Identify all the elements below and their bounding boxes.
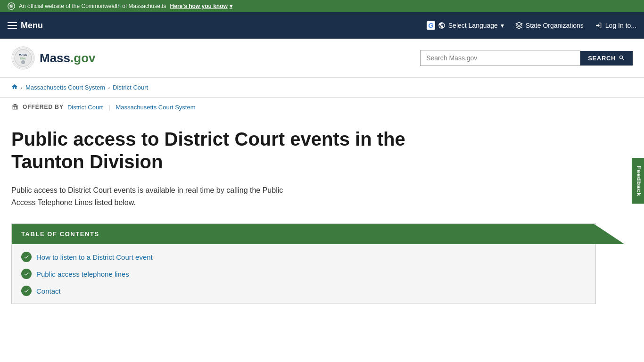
menu-button[interactable]: Menu bbox=[8, 21, 43, 31]
massgov-seal-icon: MASS SEAL bbox=[11, 46, 35, 70]
globe-icon bbox=[438, 22, 446, 29]
toc-item-1: How to listen to a District Court event bbox=[21, 252, 586, 262]
search-button[interactable]: SEARCH bbox=[580, 51, 633, 66]
table-of-contents: TABLE OF CONTENTS How to listen to a Dis… bbox=[11, 223, 596, 304]
home-icon bbox=[11, 83, 18, 90]
toc-link-3[interactable]: Contact bbox=[36, 287, 61, 295]
svg-text:SEAL: SEAL bbox=[20, 57, 26, 60]
official-text: An official website of the Commonwealth … bbox=[19, 3, 166, 9]
svg-text:M: M bbox=[10, 5, 12, 8]
offered-by-label: OFFERED BY bbox=[23, 104, 64, 110]
toc-item-2: Public access telephone lines bbox=[21, 269, 586, 279]
offered-by-bar: OFFERED BY District Court | Massachusett… bbox=[0, 98, 644, 116]
ma-seal-icon: M bbox=[8, 2, 15, 10]
language-chevron-icon: ▾ bbox=[501, 22, 504, 29]
state-orgs-label: State Organizations bbox=[526, 22, 584, 29]
login-icon bbox=[595, 22, 603, 29]
google-translate-icon: G bbox=[427, 21, 435, 30]
search-icon bbox=[619, 55, 625, 61]
nav-right: G Select Language ▾ State Organizations … bbox=[427, 21, 636, 30]
breadcrumb-separator-1: › bbox=[21, 84, 23, 91]
heres-how-button[interactable]: Here's how you know ▾ bbox=[170, 3, 232, 9]
toc-circle-icon-3 bbox=[21, 286, 32, 296]
login-label: Log In to... bbox=[605, 22, 636, 29]
offered-by-district-court-link[interactable]: District Court bbox=[67, 104, 103, 111]
checkmark-icon-3 bbox=[24, 288, 29, 294]
svg-point-8 bbox=[21, 60, 25, 64]
search-area: SEARCH bbox=[420, 50, 633, 66]
logo-area: MASS SEAL Mass.gov bbox=[11, 46, 96, 70]
toc-link-2[interactable]: Public access telephone lines bbox=[36, 270, 129, 278]
nav-left: Menu bbox=[8, 21, 43, 31]
toc-item-3: Contact bbox=[21, 286, 586, 296]
chevron-down-icon: ▾ bbox=[230, 3, 232, 9]
main-content: Public access to District Court events i… bbox=[0, 116, 613, 304]
breadcrumb-district-court-link[interactable]: District Court bbox=[113, 84, 148, 91]
offered-by-divider: | bbox=[108, 104, 110, 111]
toc-items: How to listen to a District Court event … bbox=[12, 244, 595, 304]
select-language-label: Select Language bbox=[448, 22, 498, 29]
svg-text:MASS: MASS bbox=[19, 53, 27, 56]
search-button-label: SEARCH bbox=[588, 55, 616, 62]
offered-by-ma-court-link[interactable]: Massachusetts Court System bbox=[116, 104, 195, 111]
menu-label: Menu bbox=[21, 21, 43, 31]
heres-how-label: Here's how you know bbox=[170, 3, 228, 9]
top-banner: M An official website of the Commonwealt… bbox=[0, 0, 644, 12]
toc-link-1[interactable]: How to listen to a District Court event bbox=[36, 253, 153, 261]
logo-text: Mass.gov bbox=[40, 51, 96, 66]
building-icon bbox=[515, 22, 523, 29]
toc-header: TABLE OF CONTENTS bbox=[12, 224, 625, 244]
breadcrumb-separator-2: › bbox=[108, 84, 110, 91]
toc-circle-icon-2 bbox=[21, 269, 32, 279]
page-description: Public access to District Court events i… bbox=[11, 184, 294, 208]
state-orgs-button[interactable]: State Organizations bbox=[515, 22, 584, 29]
select-language-button[interactable]: G Select Language ▾ bbox=[427, 21, 504, 30]
feedback-button[interactable]: Feedback bbox=[632, 158, 644, 204]
search-input[interactable] bbox=[420, 50, 580, 66]
offered-by-icon bbox=[11, 103, 19, 111]
hamburger-icon bbox=[8, 22, 17, 29]
toc-circle-icon-1 bbox=[21, 252, 32, 262]
checkmark-icon-2 bbox=[24, 271, 29, 277]
checkmark-icon-1 bbox=[24, 254, 29, 260]
header-area: MASS SEAL Mass.gov SEARCH bbox=[0, 39, 644, 78]
breadcrumb-ma-court-link[interactable]: Massachusetts Court System bbox=[25, 84, 105, 91]
breadcrumb: › Massachusetts Court System › District … bbox=[0, 78, 644, 98]
login-button[interactable]: Log In to... bbox=[595, 22, 636, 29]
home-breadcrumb-link[interactable] bbox=[11, 83, 18, 91]
page-title: Public access to District Court events i… bbox=[11, 128, 417, 173]
nav-bar: Menu G Select Language ▾ State Organizat… bbox=[0, 12, 644, 39]
